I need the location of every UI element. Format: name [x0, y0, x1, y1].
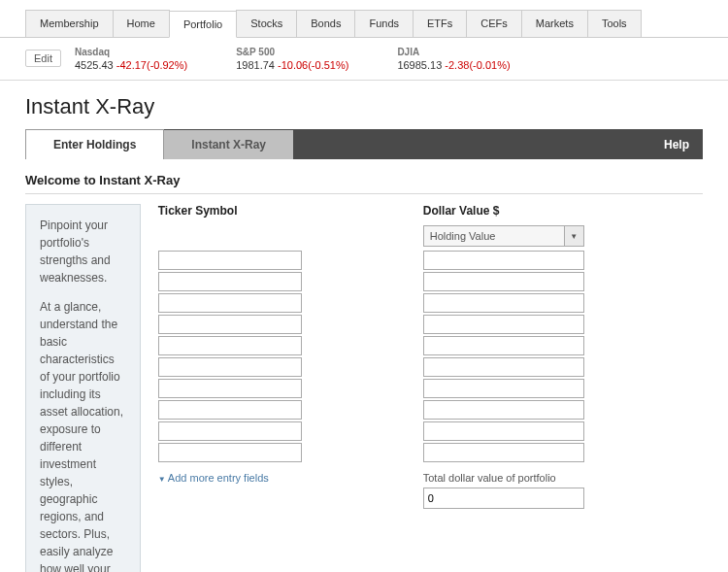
- nav-tab-stocks[interactable]: Stocks: [236, 10, 297, 37]
- dollar-input[interactable]: [423, 336, 584, 355]
- intro-box: Pinpoint your portfolio's strengths and …: [25, 204, 141, 572]
- dollar-input[interactable]: [423, 400, 584, 420]
- dollar-input[interactable]: [423, 357, 584, 377]
- ticker-input[interactable]: [158, 421, 302, 441]
- ticker-input[interactable]: [158, 251, 302, 270]
- nav-tab-portfolio[interactable]: Portfolio: [169, 11, 237, 38]
- nav-tab-cefs[interactable]: CEFs: [466, 10, 522, 37]
- tab-instant-xray[interactable]: Instant X-Ray: [164, 130, 293, 159]
- tickers-container: Nasdaq4525.43 -42.17(-0.92%)S&P 5001981.…: [75, 46, 511, 72]
- nav-tab-home[interactable]: Home: [113, 10, 170, 37]
- total-label: Total dollar value of portfolio: [423, 472, 703, 484]
- dollar-input[interactable]: [423, 315, 584, 334]
- help-link[interactable]: Help: [664, 138, 703, 151]
- nav-tab-markets[interactable]: Markets: [521, 10, 588, 37]
- dollar-header: Dollar Value $: [423, 204, 703, 219]
- intro-p1: Pinpoint your portfolio's strengths and …: [40, 217, 126, 286]
- ticker-input[interactable]: [158, 357, 302, 377]
- ticker-input[interactable]: [158, 315, 302, 334]
- ticker-item: Nasdaq4525.43 -42.17(-0.92%): [75, 46, 187, 72]
- ticker-input[interactable]: [158, 272, 302, 291]
- nav-tab-etfs[interactable]: ETFs: [413, 10, 467, 37]
- ticker-name: S&P 500: [236, 46, 348, 58]
- edit-tickers-button[interactable]: Edit: [25, 50, 61, 67]
- chevron-down-icon: ▼: [565, 225, 584, 247]
- tab-enter-holdings[interactable]: Enter Holdings: [25, 129, 164, 159]
- nav-tab-membership[interactable]: Membership: [25, 10, 114, 37]
- dollar-column: Dollar Value $ Holding Value ▼ Total dol…: [423, 204, 703, 572]
- ticker-name: Nasdaq: [75, 46, 187, 58]
- entry-columns: Ticker Symbol Add more entry fields Doll…: [158, 204, 703, 572]
- holding-value-select[interactable]: Holding Value ▼: [423, 225, 703, 247]
- ticker-inputs: [158, 251, 408, 464]
- dollar-input[interactable]: [423, 379, 584, 398]
- intro-p2: At a glance, understand the basic charac…: [40, 298, 126, 572]
- ticker-input[interactable]: [158, 400, 302, 420]
- dollar-input[interactable]: [423, 251, 584, 270]
- main-nav-tabs: MembershipHomePortfolioStocksBondsFundsE…: [0, 0, 728, 38]
- total-value-input[interactable]: [423, 488, 584, 509]
- ticker-header: Ticker Symbol: [158, 204, 408, 219]
- ticker-input[interactable]: [158, 379, 302, 398]
- nav-tab-tools[interactable]: Tools: [587, 10, 642, 37]
- ticker-change: -10.06(-0.51%): [278, 59, 348, 71]
- dollar-input[interactable]: [423, 272, 584, 291]
- add-more-fields-link[interactable]: Add more entry fields: [158, 472, 408, 484]
- nav-tab-funds[interactable]: Funds: [354, 10, 414, 37]
- ticker-item: DJIA16985.13 -2.38(-0.01%): [397, 46, 510, 72]
- dollar-inputs: [423, 251, 703, 464]
- dollar-input[interactable]: [423, 421, 584, 441]
- ticker-change: -2.38(-0.01%): [445, 59, 510, 71]
- nav-tab-bonds[interactable]: Bonds: [296, 10, 355, 37]
- ticker-value: 16985.13: [397, 59, 442, 71]
- ticker-value: 4525.43: [75, 59, 114, 71]
- section-tabs: Enter Holdings Instant X-Ray Help: [25, 129, 703, 159]
- ticker-column: Ticker Symbol Add more entry fields: [158, 204, 408, 572]
- page-title: Instant X-Ray: [0, 81, 728, 129]
- ticker-value: 1981.74: [236, 59, 275, 71]
- dollar-input[interactable]: [423, 443, 584, 462]
- ticker-input[interactable]: [158, 443, 302, 462]
- ticker-input[interactable]: [158, 336, 302, 355]
- ticker-input[interactable]: [158, 293, 302, 313]
- content-row: Pinpoint your portfolio's strengths and …: [0, 204, 728, 572]
- ticker-name: DJIA: [397, 46, 510, 58]
- welcome-header: Welcome to Instant X-Ray: [0, 159, 728, 193]
- ticker-bar: Edit Nasdaq4525.43 -42.17(-0.92%)S&P 500…: [0, 38, 728, 81]
- ticker-change: -42.17(-0.92%): [116, 59, 187, 71]
- dollar-input[interactable]: [423, 293, 584, 313]
- ticker-item: S&P 5001981.74 -10.06(-0.51%): [236, 46, 348, 72]
- divider: [25, 193, 703, 194]
